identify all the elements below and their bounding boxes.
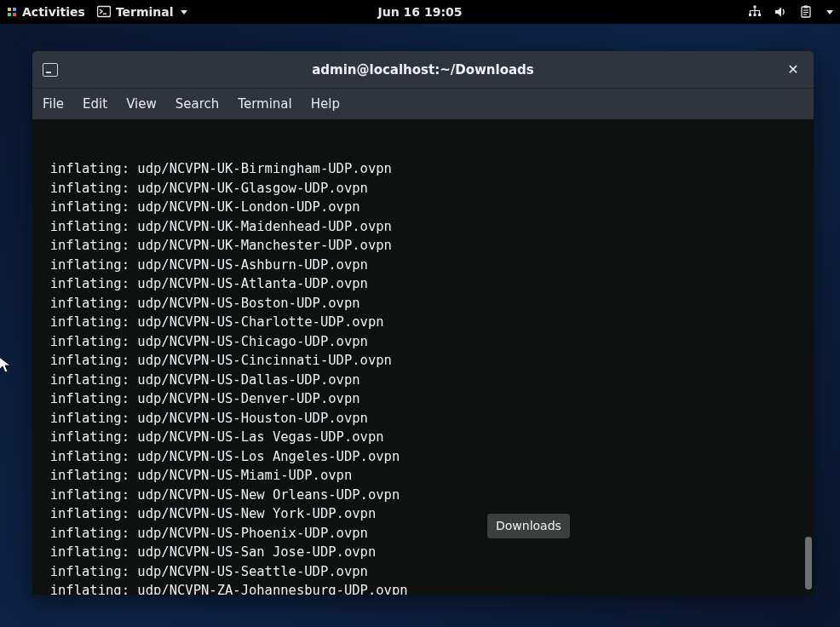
menubar: File Edit View Search Terminal Help (32, 89, 814, 119)
menu-file[interactable]: File (43, 96, 64, 112)
menu-search[interactable]: Search (175, 96, 220, 112)
terminal-window: admin@localhost:~/Downloads ✕ File Edit … (32, 51, 814, 595)
activities-label: Activities (22, 5, 85, 19)
system-menu-caret-icon[interactable] (826, 10, 833, 14)
menu-view[interactable]: View (126, 96, 157, 112)
close-button[interactable]: ✕ (783, 60, 803, 80)
terminal-output-line: inflating: udp/NCVPN-US-Ashburn-UDP.ovpn (34, 256, 812, 275)
terminal-body[interactable]: inflating: udp/NCVPN-UK-Birmingham-UDP.o… (32, 119, 814, 595)
svg-rect-9 (758, 14, 761, 16)
terminal-output-line: inflating: udp/NCVPN-US-Boston-UDP.ovpn (34, 294, 812, 314)
terminal-output-line: inflating: udp/NCVPN-US-Charlotte-UDP.ov… (34, 313, 812, 332)
topbar-right (748, 5, 833, 19)
volume-icon[interactable] (774, 5, 787, 19)
terminal-output-line: inflating: udp/NCVPN-US-Chicago-UDP.ovpn (34, 332, 812, 352)
network-icon[interactable] (748, 5, 762, 19)
terminal-output-line: inflating: udp/NCVPN-US-Seattle-UDP.ovpn (34, 562, 812, 582)
scrollbar-thumb[interactable] (805, 537, 812, 590)
terminal-output-line: inflating: udp/NCVPN-UK-Maidenhead-UDP.o… (34, 217, 812, 237)
terminal-output-line: inflating: udp/NCVPN-US-Houston-UDP.ovpn (34, 409, 812, 429)
menu-terminal[interactable]: Terminal (238, 96, 291, 112)
terminal-output-line: inflating: udp/NCVPN-US-Cincinnati-UDP.o… (34, 351, 812, 371)
svg-rect-11 (804, 6, 808, 9)
terminal-output: inflating: udp/NCVPN-UK-Birmingham-UDP.o… (34, 159, 812, 595)
terminal-output-line: inflating: udp/NCVPN-UK-Birmingham-UDP.o… (34, 159, 812, 179)
datetime-label: Jun 16 19:05 (378, 5, 463, 19)
topbar-left: Activities Terminal (7, 5, 187, 19)
terminal-output-line: inflating: udp/NCVPN-UK-Manchester-UDP.o… (34, 236, 812, 256)
terminal-output-line: inflating: udp/NCVPN-US-Miami-UDP.ovpn (34, 466, 812, 486)
svg-rect-2 (8, 13, 11, 16)
activities-icon (7, 7, 17, 17)
close-icon: ✕ (787, 61, 798, 78)
activities-button[interactable]: Activities (7, 5, 85, 19)
menu-edit[interactable]: Edit (83, 96, 107, 112)
gnome-topbar: Activities Terminal Jun 16 19:05 (0, 0, 840, 24)
app-indicator[interactable]: Terminal (97, 5, 187, 19)
terminal-output-line: inflating: udp/NCVPN-US-Dallas-UDP.ovpn (34, 371, 812, 390)
terminal-output-line: inflating: udp/NCVPN-UK-London-UDP.ovpn (34, 198, 812, 217)
terminal-output-line: inflating: udp/NCVPN-US-Atlanta-UDP.ovpn (34, 274, 812, 294)
svg-rect-7 (749, 14, 751, 16)
svg-rect-0 (8, 8, 11, 11)
terminal-output-line: inflating: udp/NCVPN-US-New York-UDP.ovp… (34, 504, 812, 524)
terminal-title-icon (43, 63, 58, 77)
terminal-output-line: inflating: udp/NCVPN-ZA-Johannesburg-UDP… (34, 581, 812, 595)
terminal-output-line: inflating: udp/NCVPN-US-New Orleans-UDP.… (34, 486, 812, 505)
window-titlebar[interactable]: admin@localhost:~/Downloads ✕ (32, 51, 814, 89)
terminal-output-line: inflating: udp/NCVPN-US-Phoenix-UDP.ovpn (34, 524, 812, 544)
svg-rect-1 (13, 8, 16, 11)
mouse-cursor-icon (0, 356, 12, 375)
terminal-output-line: inflating: udp/NCVPN-US-Denver-UDP.ovpn (34, 389, 812, 409)
terminal-output-line: inflating: udp/NCVPN-US-Las Vegas-UDP.ov… (34, 428, 812, 447)
menu-help[interactable]: Help (311, 96, 340, 112)
window-title: admin@localhost:~/Downloads (312, 62, 534, 78)
svg-rect-8 (754, 14, 757, 16)
terminal-output-line: inflating: udp/NCVPN-US-San Jose-UDP.ovp… (34, 543, 812, 562)
chevron-down-icon (181, 10, 187, 14)
terminal-app-icon (97, 5, 111, 19)
app-name-label: Terminal (116, 5, 174, 19)
svg-rect-6 (754, 6, 757, 9)
terminal-output-line: inflating: udp/NCVPN-UK-Glasgow-UDP.ovpn (34, 179, 812, 198)
terminal-output-line: inflating: udp/NCVPN-US-Los Angeles-UDP.… (34, 447, 812, 467)
clipboard-icon[interactable] (799, 5, 813, 19)
clock[interactable]: Jun 16 19:05 (378, 5, 463, 19)
svg-rect-3 (13, 13, 16, 16)
svg-rect-4 (97, 7, 110, 17)
taskbar-tooltip: Downloads (487, 514, 570, 538)
